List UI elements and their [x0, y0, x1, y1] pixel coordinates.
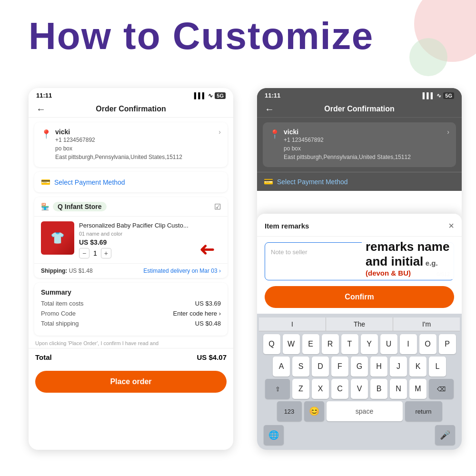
annotation-eg: e.g.: [426, 259, 438, 267]
key-D[interactable]: D: [312, 357, 329, 377]
summary-item-row: Total item costs US $3.69: [41, 300, 221, 307]
summary-promo-label: Promo Code: [41, 310, 76, 317]
shift-key[interactable]: ⇧: [265, 379, 290, 399]
key-P[interactable]: P: [439, 334, 456, 354]
key-T[interactable]: T: [341, 334, 358, 354]
kb-suggest-1[interactable]: The: [326, 317, 393, 331]
key-Z[interactable]: Z: [292, 379, 309, 399]
qty-number: 1: [93, 249, 97, 257]
right-address-phone: +1 1234567892: [284, 136, 447, 144]
summary-item-label: Total item costs: [41, 300, 84, 307]
address-info: vicki +1 1234567892 po box East pittsbur…: [55, 128, 218, 161]
key-K[interactable]: K: [409, 357, 426, 377]
emoji-key[interactable]: 😊: [304, 401, 324, 421]
key-I[interactable]: I: [400, 334, 417, 354]
item-remarks-modal: Item remarks × Note to seller 0/512 rema…: [257, 214, 462, 450]
place-order-button[interactable]: Place order: [35, 371, 227, 393]
qty-plus-button[interactable]: +: [101, 248, 111, 258]
globe-key[interactable]: 🌐: [264, 425, 284, 445]
store-header: 🏪 Q Infant Store ☑: [34, 197, 228, 217]
right-nav-bar: ← Order Confirmation: [257, 101, 462, 118]
delete-key[interactable]: ⌫: [429, 379, 454, 399]
key-H[interactable]: H: [370, 357, 387, 377]
key-B[interactable]: B: [370, 379, 387, 399]
keyboard-suggestions: I The I'm: [259, 317, 460, 331]
right-address-name: vicki: [284, 128, 447, 136]
right-battery-icon: 5G: [443, 92, 454, 99]
left-payment-card[interactable]: 💳 Select Payment Method: [34, 172, 228, 192]
key-E[interactable]: E: [302, 334, 319, 354]
mic-key[interactable]: 🎤: [435, 425, 455, 445]
bg-circle-mint: [409, 38, 447, 76]
address-icon: 📍: [41, 129, 51, 139]
main-title: How to Customize: [29, 14, 374, 58]
store-icon: 🏪: [41, 203, 49, 210]
product-name: Personalized Baby Pacifier Clip Custo...: [79, 221, 221, 230]
summary-shipping-value: US $0.48: [195, 320, 221, 327]
key-X[interactable]: X: [312, 379, 329, 399]
key-G[interactable]: G: [351, 357, 368, 377]
space-key[interactable]: space: [327, 401, 403, 421]
kb-suggest-0[interactable]: I: [259, 317, 326, 331]
modal-header: Item remarks ×: [257, 214, 462, 237]
key-N[interactable]: N: [390, 379, 407, 399]
right-address-card[interactable]: 📍 vicki +1 1234567892 po box East pittsb…: [263, 122, 456, 167]
delivery-info: Estimated delivery on Mar 03 ›: [143, 268, 221, 274]
product-image: 👕: [41, 221, 74, 255]
address-chevron: ›: [218, 128, 221, 136]
address-name: vicki: [55, 128, 218, 136]
key-R[interactable]: R: [322, 334, 339, 354]
left-back-button[interactable]: ←: [36, 104, 46, 115]
right-payment-label: Select Payment Method: [277, 178, 348, 186]
key-W[interactable]: W: [283, 334, 300, 354]
key-M[interactable]: M: [409, 379, 426, 399]
store-name: Q Infant Store: [53, 202, 107, 211]
key-O[interactable]: O: [419, 334, 436, 354]
right-time: 11:11: [265, 92, 280, 99]
key-Q[interactable]: Q: [263, 334, 280, 354]
store-edit-icon[interactable]: ☑: [214, 202, 221, 211]
right-signal-icon: ▌▌▌: [423, 92, 435, 99]
right-address-chevron: ›: [447, 128, 449, 136]
wifi-icon: ∿: [208, 92, 213, 99]
right-address-line2: East pittsburgh,Pennsylvania,United Stat…: [284, 153, 447, 161]
key-S[interactable]: S: [292, 357, 309, 377]
kb-suggest-2[interactable]: I'm: [393, 317, 460, 331]
phone-left: 11:11 ▌▌▌ ∿ 5G ← Order Confirmation 📍 vi…: [29, 88, 233, 450]
right-payment-row[interactable]: 💳 Select Payment Method: [257, 172, 462, 191]
summary-title: Summary: [41, 288, 221, 296]
kb-row-2: A S D F G H J K L: [259, 357, 460, 377]
summary-item-value: US $3.69: [195, 300, 221, 307]
total-label: Total: [35, 353, 52, 361]
summary-promo-row[interactable]: Promo Code Enter code here ›: [41, 310, 221, 317]
left-address-card[interactable]: 📍 vicki +1 1234567892 po box East pittsb…: [34, 122, 228, 167]
annotation-example: (devon & BU): [366, 269, 411, 277]
right-address-icon: 📍: [269, 129, 280, 139]
key-A[interactable]: A: [273, 357, 290, 377]
left-nav-title: Order Confirmation: [96, 105, 166, 113]
right-status-bar: 11:11 ▌▌▌ ∿ 5G: [257, 88, 462, 101]
num-key[interactable]: 123: [277, 401, 302, 421]
left-status-bar: 11:11 ▌▌▌ ∿ 5G: [29, 88, 233, 101]
right-wifi-icon: ∿: [436, 92, 441, 99]
confirm-button[interactable]: Confirm: [265, 286, 454, 308]
kb-globe-mic-row: 🌐 🎤: [259, 423, 460, 448]
key-J[interactable]: J: [390, 357, 407, 377]
kb-bottom-row: 123 😊 space return: [259, 401, 460, 421]
summary-shipping-row: Total shipping US $0.48: [41, 320, 221, 327]
key-U[interactable]: U: [380, 334, 397, 354]
key-V[interactable]: V: [351, 379, 368, 399]
right-address-info: vicki +1 1234567892 po box East pittsbur…: [284, 128, 447, 161]
key-Y[interactable]: Y: [361, 334, 378, 354]
modal-close-button[interactable]: ×: [448, 220, 454, 231]
kb-row-3: ⇧ Z X C V B N M ⌫: [259, 379, 460, 399]
key-F[interactable]: F: [331, 357, 348, 377]
left-time: 11:11: [36, 92, 52, 99]
return-key[interactable]: return: [405, 401, 442, 421]
arrow-indicator: ➜: [199, 238, 215, 260]
right-back-button[interactable]: ←: [265, 104, 274, 115]
key-C[interactable]: C: [331, 379, 348, 399]
battery-icon: 5G: [215, 92, 226, 99]
key-L[interactable]: L: [429, 357, 446, 377]
qty-minus-button[interactable]: −: [79, 248, 89, 258]
